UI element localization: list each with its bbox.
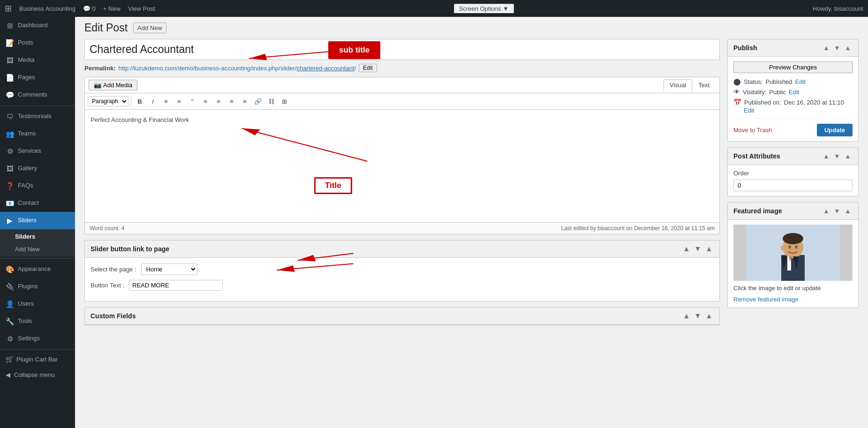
ordered-list-button[interactable]: ≡ bbox=[173, 95, 185, 107]
metabox-toggle[interactable]: ▲ bbox=[704, 244, 714, 254]
featured-image-up[interactable]: ▲ bbox=[822, 206, 831, 216]
order-input[interactable] bbox=[733, 180, 853, 191]
wp-logo-icon[interactable]: ⊞ bbox=[5, 3, 12, 14]
permalink-url[interactable]: http://luzukdemo.com/demo/business-accou… bbox=[118, 65, 356, 72]
attributes-toggle[interactable]: ▲ bbox=[843, 151, 853, 161]
status-row: ⬤ Status: Published Edit bbox=[733, 78, 853, 85]
align-left-button[interactable]: ≡ bbox=[199, 95, 211, 107]
sidebar-item-settings[interactable]: ⚙ Settings bbox=[0, 330, 75, 347]
align-right-button[interactable]: ≡ bbox=[226, 95, 238, 107]
update-button[interactable]: Update bbox=[817, 124, 853, 136]
publish-box-header: Publish ▲ ▼ ▲ bbox=[728, 39, 858, 57]
button-text-label: Button Text : bbox=[91, 282, 124, 289]
unlink-button[interactable]: ⛓ bbox=[265, 95, 277, 107]
custom-fields-controls: ▲ ▼ ▲ bbox=[682, 311, 714, 321]
calendar-icon: 📅 bbox=[733, 98, 741, 106]
sidebar-item-dashboard[interactable]: ⊞ Dashboard bbox=[0, 17, 75, 34]
post-attributes-box: Post Attributes ▲ ▼ ▲ Order bbox=[727, 147, 859, 196]
preview-changes-button[interactable]: Preview Changes bbox=[733, 61, 853, 73]
edit-slug-button[interactable]: Edit bbox=[359, 64, 377, 72]
add-media-button[interactable]: 📷 Add Media bbox=[89, 80, 137, 90]
publish-toggle[interactable]: ▲ bbox=[843, 43, 853, 53]
sidebar-item-label: Contact bbox=[18, 199, 39, 207]
blockquote-button[interactable]: " bbox=[186, 95, 198, 107]
admin-bar: ⊞ Business Accounting 💬 0 + New View Pos… bbox=[0, 0, 868, 17]
attributes-down[interactable]: ▼ bbox=[832, 151, 842, 161]
new-post-link[interactable]: + New bbox=[103, 5, 121, 12]
table-button[interactable]: ⊞ bbox=[278, 95, 290, 107]
page-select[interactable]: Home About Services Contact bbox=[141, 263, 197, 275]
featured-image-thumbnail[interactable] bbox=[733, 225, 853, 281]
trash-link[interactable]: Move to Trash bbox=[733, 127, 772, 134]
sidebar-item-tools[interactable]: 🔧 Tools bbox=[0, 313, 75, 330]
sidebar-item-pages[interactable]: 📄 Pages bbox=[0, 69, 75, 86]
align-center-button[interactable]: ≡ bbox=[212, 95, 225, 107]
gallery-icon: 🖼 bbox=[6, 164, 14, 173]
sidebar-item-label: FAQs bbox=[18, 181, 33, 190]
featured-image-down[interactable]: ▼ bbox=[832, 206, 842, 216]
add-new-button[interactable]: Add New bbox=[133, 23, 166, 33]
sidebar-item-label: Pages bbox=[18, 73, 35, 82]
order-label: Order bbox=[733, 170, 853, 177]
sidebar-item-plugins[interactable]: 🔌 Plugins bbox=[0, 278, 75, 295]
slider-button-metabox-body: Select the page : Home About Services Co… bbox=[85, 258, 719, 301]
attributes-up[interactable]: ▲ bbox=[822, 151, 831, 161]
status-edit-link[interactable]: Edit bbox=[795, 78, 806, 85]
sidebar-item-comments[interactable]: 💬 Comments bbox=[0, 86, 75, 104]
post-title-input[interactable] bbox=[84, 39, 720, 60]
paragraph-select[interactable]: Paragraph Heading 1 Heading 2 bbox=[88, 96, 128, 106]
posts-icon: 📝 bbox=[6, 38, 14, 48]
page-title: Edit Post bbox=[84, 22, 128, 34]
slider-button-metabox-header[interactable]: Slider button link to page ▲ ▼ ▲ bbox=[85, 240, 719, 258]
sliders-submenu: Sliders Add New bbox=[0, 229, 75, 256]
submenu-sliders[interactable]: Sliders bbox=[0, 230, 75, 243]
tab-text[interactable]: Text bbox=[692, 79, 716, 91]
publish-up[interactable]: ▲ bbox=[822, 43, 831, 53]
sidebar-item-plugin-cart[interactable]: 🛒 Plugin Cart Bar bbox=[0, 352, 75, 367]
sidebar-item-users[interactable]: 👤 Users bbox=[0, 295, 75, 313]
sidebar-item-media[interactable]: 🖼 Media bbox=[0, 52, 75, 69]
slider-button-title: Slider button link to page bbox=[91, 245, 169, 253]
button-text-input[interactable] bbox=[129, 280, 223, 291]
collapse-menu-btn[interactable]: ◀ Collapse menu bbox=[0, 367, 75, 383]
visibility-edit-link[interactable]: Edit bbox=[789, 89, 799, 96]
tab-visual[interactable]: Visual bbox=[664, 79, 692, 91]
unordered-list-button[interactable]: ≡ bbox=[160, 95, 172, 107]
media-upload-icon: 📷 bbox=[94, 82, 101, 89]
featured-image-box: Featured image ▲ ▼ ▲ bbox=[727, 202, 859, 308]
view-post-link[interactable]: View Post bbox=[128, 5, 155, 12]
site-name[interactable]: Business Accounting bbox=[19, 5, 75, 12]
sidebar-item-appearance[interactable]: 🎨 Appearance bbox=[0, 261, 75, 278]
sidebar-item-posts[interactable]: 📝 Posts bbox=[0, 34, 75, 52]
publish-down[interactable]: ▼ bbox=[832, 43, 842, 53]
custom-fields-metabox-header[interactable]: Custom Fields ▲ ▼ ▲ bbox=[85, 308, 719, 325]
remove-featured-image-link[interactable]: Remove featured image bbox=[733, 296, 799, 303]
submenu-add-new[interactable]: Add New bbox=[0, 243, 75, 255]
sidebar-item-teams[interactable]: 👥 Teams bbox=[0, 125, 75, 143]
last-edited: Last edited by bisaccount on December 16… bbox=[561, 225, 715, 232]
metabox-collapse-down[interactable]: ▼ bbox=[693, 244, 702, 254]
metabox-collapse-up[interactable]: ▲ bbox=[682, 244, 691, 254]
featured-image-toggle[interactable]: ▲ bbox=[843, 206, 853, 216]
svg-point-3 bbox=[783, 233, 803, 244]
sidebar-item-gallery[interactable]: 🖼 Gallery bbox=[0, 160, 75, 177]
align-justify-button[interactable]: ≡ bbox=[239, 95, 251, 107]
sidebar-item-sliders[interactable]: ▶ Sliders bbox=[0, 212, 75, 229]
sidebar-item-testimonials[interactable]: 🗨 Testimonials bbox=[0, 108, 75, 125]
comments-count[interactable]: 💬 0 bbox=[83, 5, 96, 12]
custom-fields-down[interactable]: ▼ bbox=[693, 311, 702, 321]
editor-content[interactable]: Perfect Accounting & Financial Work bbox=[85, 110, 719, 222]
editor-toolbar: Paragraph Heading 1 Heading 2 B I ≡ ≡ " … bbox=[85, 93, 719, 110]
link-button[interactable]: 🔗 bbox=[252, 95, 264, 107]
published-edit-link[interactable]: Edit bbox=[744, 107, 754, 114]
screen-options-btn[interactable]: Screen Options ▼ bbox=[454, 4, 514, 13]
sidebar-item-contact[interactable]: 📧 Contact bbox=[0, 195, 75, 212]
custom-fields-up[interactable]: ▲ bbox=[682, 311, 691, 321]
plugin-cart-icon: 🛒 bbox=[6, 355, 14, 363]
italic-button[interactable]: I bbox=[147, 95, 159, 107]
sidebar-item-services[interactable]: ⚙ Services bbox=[0, 143, 75, 160]
bold-button[interactable]: B bbox=[134, 95, 146, 107]
featured-image-body: Click the image to edit or update Remove… bbox=[728, 220, 858, 308]
sidebar-item-faqs[interactable]: ❓ FAQs bbox=[0, 177, 75, 195]
custom-fields-toggle[interactable]: ▲ bbox=[704, 311, 714, 321]
